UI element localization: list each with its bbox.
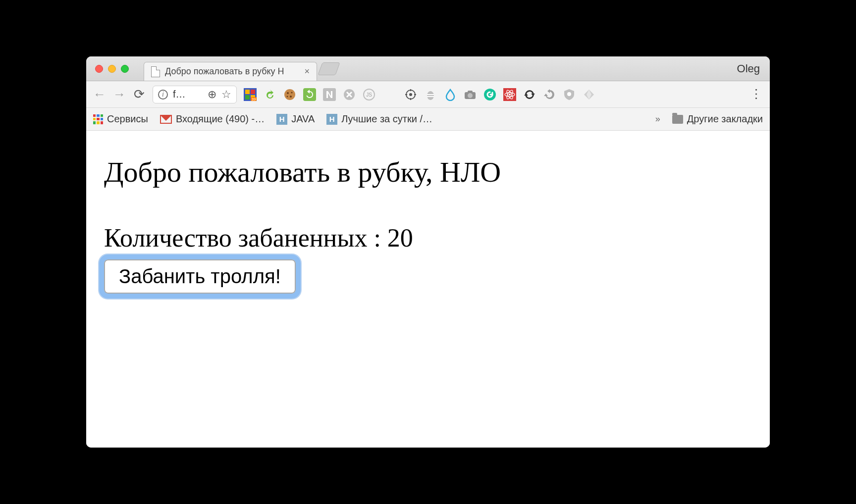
- bookmark-label: Другие закладки: [687, 113, 763, 125]
- zoom-icon[interactable]: ⊕: [208, 88, 216, 101]
- extension-sync-icon[interactable]: [523, 88, 536, 101]
- bookmark-apps[interactable]: Сервисы: [93, 113, 148, 125]
- extension-history-icon[interactable]: [543, 88, 556, 101]
- svg-rect-3: [245, 95, 250, 100]
- svg-point-17: [409, 93, 412, 96]
- toolbar: ← → ⟳ i f… ⊕ ☆ 39: [86, 81, 770, 108]
- extension-badge-number: 39: [252, 97, 256, 101]
- bookmarks-overflow[interactable]: »: [655, 114, 660, 124]
- profile-name[interactable]: Oleg: [737, 62, 763, 75]
- window-zoom-button[interactable]: [121, 65, 129, 73]
- tab-title: Добро пожаловать в рубку Н: [165, 66, 299, 77]
- chrome-menu-button[interactable]: ⋯: [749, 87, 763, 102]
- reload-button[interactable]: ⟳: [133, 87, 146, 102]
- site-info-icon[interactable]: i: [158, 90, 168, 100]
- tab-strip: Добро пожаловать в рубку Н × Oleg: [86, 56, 770, 81]
- svg-point-30: [567, 92, 571, 96]
- extension-shield-icon[interactable]: [563, 88, 576, 101]
- extension-js-icon[interactable]: JS: [363, 88, 375, 101]
- habr-icon: H: [326, 114, 337, 125]
- extension-camera-icon[interactable]: [464, 88, 477, 101]
- svg-point-18: [427, 91, 434, 100]
- browser-window: Добро пожаловать в рубку Н × Oleg ← → ⟳ …: [86, 56, 770, 448]
- svg-point-10: [287, 96, 288, 97]
- svg-rect-23: [468, 91, 473, 93]
- window-controls: [95, 65, 129, 73]
- svg-rect-20: [427, 96, 434, 97]
- extension-notion-icon[interactable]: [323, 88, 336, 101]
- extension-bee-icon[interactable]: [424, 88, 437, 101]
- url-text: f…: [173, 89, 186, 100]
- svg-point-22: [468, 93, 473, 98]
- bookmark-label: Сервисы: [107, 113, 148, 125]
- extension-refresh-green-icon[interactable]: [303, 88, 316, 101]
- window-close-button[interactable]: [95, 65, 103, 73]
- bookmark-best[interactable]: H Лучшие за сутки /…: [326, 113, 432, 125]
- svg-text:JS: JS: [366, 92, 372, 98]
- forward-button[interactable]: →: [113, 87, 126, 102]
- window-minimize-button[interactable]: [108, 65, 116, 73]
- svg-point-9: [290, 96, 292, 98]
- extensions-row: 39 JS: [244, 87, 763, 102]
- svg-point-7: [287, 92, 289, 94]
- ban-troll-button[interactable]: Забанить тролля!: [104, 259, 296, 294]
- svg-rect-2: [251, 90, 255, 94]
- extension-cookie-icon[interactable]: [283, 88, 296, 101]
- chevron-right-icon: »: [655, 114, 660, 124]
- tab-close-button[interactable]: ×: [304, 66, 310, 77]
- bookmarks-bar: Сервисы Входящие (490) -… H JAVA H Лучши…: [86, 108, 770, 131]
- folder-icon: [672, 115, 683, 124]
- svg-point-29: [509, 94, 511, 96]
- apps-icon: [93, 114, 103, 124]
- extension-droplet-icon[interactable]: [444, 88, 457, 101]
- file-icon: [151, 66, 160, 77]
- svg-rect-1: [245, 90, 250, 94]
- bookmark-other-folder[interactable]: Другие закладки: [672, 113, 763, 125]
- svg-rect-19: [427, 94, 434, 95]
- bookmark-label: Лучшие за сутки /…: [341, 113, 432, 125]
- extension-react-icon[interactable]: [503, 88, 516, 101]
- bookmark-inbox[interactable]: Входящие (490) -…: [160, 113, 265, 125]
- browser-tab[interactable]: Добро пожаловать в рубку Н ×: [144, 62, 317, 81]
- svg-point-8: [291, 92, 292, 93]
- bookmark-label: JAVA: [291, 113, 315, 125]
- habr-icon: H: [276, 114, 287, 125]
- svg-point-6: [284, 89, 295, 100]
- page-subheading: Количество забаненных : 20: [104, 223, 752, 252]
- extension-disabled-x-icon[interactable]: [343, 88, 356, 101]
- new-tab-button[interactable]: [318, 62, 340, 75]
- extension-grammarly-icon[interactable]: [483, 88, 496, 101]
- gmail-icon: [160, 115, 172, 124]
- address-bar[interactable]: i f… ⊕ ☆: [153, 86, 237, 103]
- extension-keepass-icon[interactable]: 39: [244, 88, 257, 101]
- bookmark-java[interactable]: H JAVA: [276, 113, 315, 125]
- extension-diamond-icon[interactable]: [583, 88, 595, 101]
- back-button[interactable]: ←: [93, 87, 106, 102]
- page-content: Добро пожаловать в рубку, НЛО Количество…: [86, 131, 770, 448]
- bookmark-star-icon[interactable]: ☆: [221, 88, 231, 101]
- extension-undo-icon[interactable]: [264, 88, 276, 101]
- extension-devtools-icon[interactable]: [404, 88, 417, 101]
- page-heading: Добро пожаловать в рубку, НЛО: [104, 155, 752, 189]
- bookmark-label: Входящие (490) -…: [176, 113, 265, 125]
